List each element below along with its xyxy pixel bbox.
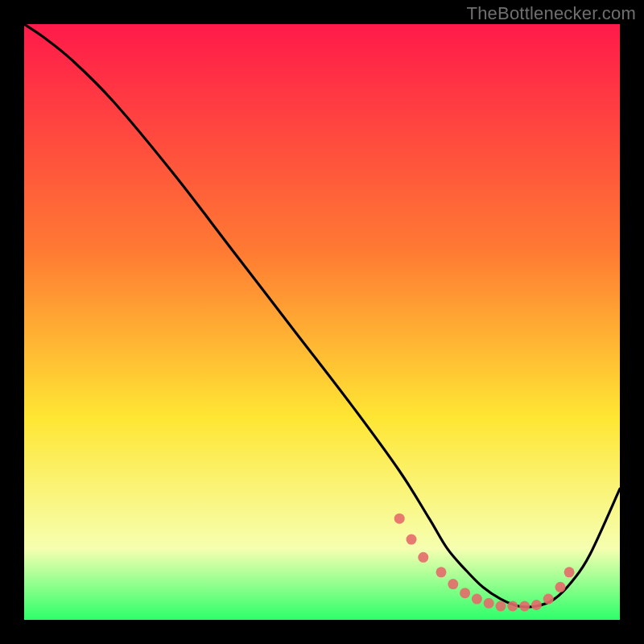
data-marker — [394, 514, 405, 524]
gradient-bg — [24, 24, 620, 620]
chart-frame: TheBottlenecker.com — [0, 0, 644, 644]
data-marker — [460, 588, 470, 598]
data-marker — [436, 567, 447, 577]
data-marker — [543, 594, 554, 605]
data-marker — [519, 601, 530, 611]
data-marker — [496, 601, 506, 611]
data-marker — [407, 535, 417, 545]
plot-container — [24, 24, 620, 620]
data-marker — [555, 582, 566, 592]
data-marker — [564, 567, 575, 577]
data-marker — [507, 601, 518, 611]
data-marker — [448, 579, 458, 589]
plot-svg — [24, 24, 620, 620]
data-marker — [472, 594, 482, 605]
watermark-label: TheBottlenecker.com — [467, 3, 636, 24]
data-marker — [418, 552, 428, 563]
data-marker — [531, 600, 542, 610]
data-marker — [484, 598, 494, 609]
